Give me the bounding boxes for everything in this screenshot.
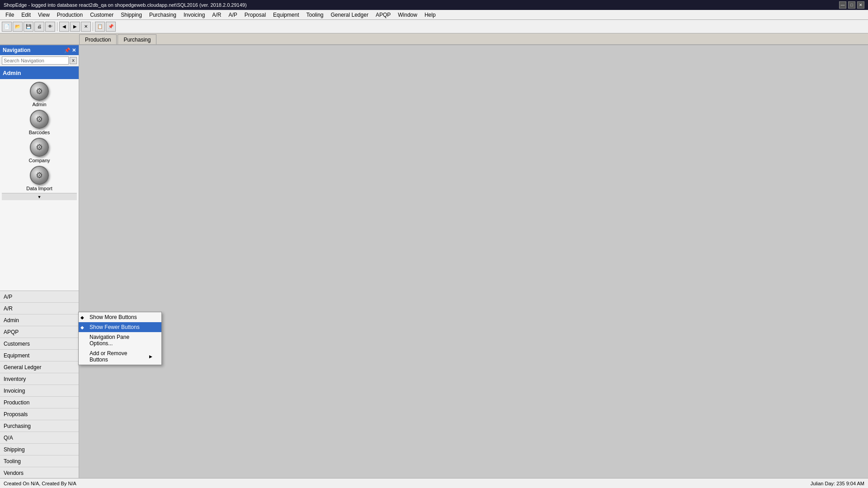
- menu-item-apqp[interactable]: APQP: [372, 11, 394, 19]
- sidebar-item-customers[interactable]: Customers: [0, 338, 79, 350]
- sidebar-item-qa[interactable]: Q/A: [0, 432, 79, 444]
- toolbar-paste[interactable]: 📌: [106, 22, 116, 32]
- sidebar-item-admin[interactable]: Admin: [0, 314, 79, 326]
- menu-item-file[interactable]: File: [2, 11, 18, 19]
- menu-item-shipping[interactable]: Shipping: [117, 11, 146, 19]
- toolbar-separator-1: [57, 22, 57, 31]
- sidebar-item-purchasing[interactable]: Purchasing: [0, 420, 79, 432]
- toolbar-print[interactable]: 🖨: [34, 22, 44, 32]
- menu-item-general-ledger[interactable]: General Ledger: [327, 11, 372, 19]
- show-fewer-icon: ◆: [80, 325, 84, 330]
- barcodes-icon-label: Barcodes: [29, 130, 50, 135]
- sidebar-item-general-ledger[interactable]: General Ledger: [0, 361, 79, 373]
- sidebar-item-production[interactable]: Production: [0, 397, 79, 408]
- menu-item-ap[interactable]: A/P: [225, 11, 241, 19]
- menu-item-customer[interactable]: Customer: [86, 11, 117, 19]
- sidebar-item-ar[interactable]: A/R: [0, 303, 79, 314]
- nav-icon-company[interactable]: ⚙ Company: [21, 137, 57, 164]
- sidebar-item-tooling[interactable]: Tooling: [0, 455, 79, 467]
- company-icon-label: Company: [28, 158, 50, 163]
- menu-item-window[interactable]: Window: [394, 11, 421, 19]
- status-left: Created On N/A, Created By N/A: [4, 481, 76, 486]
- title-bar-text: ShopEdge - logged into database react2db…: [4, 2, 247, 8]
- nav-panel: Navigation 📌 ✕ X Admin ⚙ Admin: [0, 45, 79, 488]
- nav-panel-header: Navigation 📌 ✕: [0, 45, 79, 55]
- nav-header-icons: 📌 ✕: [64, 47, 76, 53]
- nav-close-icon[interactable]: ✕: [72, 47, 76, 53]
- menu-item-ar[interactable]: A/R: [208, 11, 225, 19]
- menu-item-equipment[interactable]: Equipment: [269, 11, 302, 19]
- main-layout: Navigation 📌 ✕ X Admin ⚙ Admin: [0, 45, 868, 488]
- nav-icon-admin[interactable]: ⚙ Admin: [21, 81, 57, 108]
- title-bar-controls: — □ ✕: [839, 1, 864, 9]
- data-import-icon-label: Data Import: [26, 186, 52, 191]
- purchasing-tab[interactable]: Purchasing: [118, 34, 156, 44]
- sidebar-item-shipping[interactable]: Shipping: [0, 444, 79, 455]
- nav-content: Admin ⚙ Admin ⚙ Barcodes ⚙ Company ⚙ Dat…: [0, 66, 79, 291]
- submenu-arrow-icon: ▶: [149, 354, 152, 359]
- sidebar-item-equipment[interactable]: Equipment: [0, 350, 79, 361]
- search-clear-button[interactable]: X: [70, 57, 77, 64]
- context-menu-show-fewer[interactable]: ◆ Show Fewer Buttons: [79, 322, 161, 332]
- context-menu-add-remove[interactable]: Add or Remove Buttons ▶: [79, 348, 161, 365]
- nav-header-title: Navigation: [3, 47, 30, 53]
- title-bar: ShopEdge - logged into database react2db…: [0, 0, 868, 10]
- menu-item-help[interactable]: Help: [421, 11, 439, 19]
- toolbar-back[interactable]: ◀: [59, 22, 69, 32]
- context-menu: ◆ Show More Buttons ◆ Show Fewer Buttons…: [78, 312, 162, 365]
- context-menu-nav-pane-options[interactable]: Navigation Pane Options...: [79, 332, 161, 348]
- admin-icon-label: Admin: [32, 102, 46, 107]
- nav-search-box: X: [0, 55, 79, 66]
- show-more-icon: ◆: [80, 315, 84, 320]
- sidebar-item-ap[interactable]: A/P: [0, 291, 79, 303]
- menu-bar: FileEditViewProductionCustomerShippingPu…: [0, 10, 868, 20]
- close-button[interactable]: ✕: [857, 1, 864, 9]
- menu-item-view[interactable]: View: [34, 11, 53, 19]
- maximize-button[interactable]: □: [848, 1, 855, 9]
- toolbar-separator-2: [93, 22, 93, 31]
- nav-bottom-buttons: A/P A/R Admin APQP Customers Equipment G…: [0, 291, 79, 479]
- nav-category-label: Admin: [0, 66, 79, 79]
- main-content-area: [79, 45, 868, 488]
- toolbar-stop[interactable]: ✕: [81, 22, 91, 32]
- nav-pin-icon[interactable]: 📌: [64, 47, 71, 53]
- company-icon: ⚙: [30, 138, 49, 157]
- production-tab[interactable]: Production: [79, 34, 117, 44]
- search-input[interactable]: [2, 56, 69, 65]
- sidebar-item-inventory[interactable]: Inventory: [0, 373, 79, 385]
- menu-item-edit[interactable]: Edit: [18, 11, 34, 19]
- barcodes-icon: ⚙: [30, 110, 49, 129]
- context-menu-show-more[interactable]: ◆ Show More Buttons: [79, 312, 161, 322]
- toolbar: 📄 📂 💾 🖨 👁 ◀ ▶ ✕ 📋 📌: [0, 20, 868, 33]
- sidebar-item-proposals[interactable]: Proposals: [0, 408, 79, 420]
- minimize-button[interactable]: —: [839, 1, 846, 9]
- nav-icon-data-import[interactable]: ⚙ Data Import: [21, 165, 57, 192]
- toolbar-open[interactable]: 📂: [13, 22, 23, 32]
- sidebar-item-vendors[interactable]: Vendors: [0, 467, 79, 479]
- menu-item-production[interactable]: Production: [53, 11, 86, 19]
- menu-item-invoicing[interactable]: Invoicing: [180, 11, 208, 19]
- status-bar: Created On N/A, Created By N/A Julian Da…: [0, 478, 868, 488]
- menu-item-purchasing[interactable]: Purchasing: [146, 11, 180, 19]
- sidebar-item-invoicing[interactable]: Invoicing: [0, 385, 79, 397]
- status-right: Julian Day: 235 9:04 AM: [811, 481, 864, 486]
- menu-item-proposal[interactable]: Proposal: [241, 11, 269, 19]
- nav-icon-barcodes[interactable]: ⚙ Barcodes: [21, 109, 57, 136]
- toolbar-save[interactable]: 💾: [24, 22, 33, 32]
- toolbar-preview[interactable]: 👁: [45, 22, 55, 32]
- tab-strip: ProductionPurchasing: [0, 33, 868, 45]
- sidebar-item-apqp[interactable]: APQP: [0, 326, 79, 338]
- admin-icon: ⚙: [30, 82, 49, 101]
- nav-scroll-down[interactable]: ▼: [2, 193, 77, 200]
- data-import-icon: ⚙: [30, 166, 49, 185]
- toolbar-new[interactable]: 📄: [2, 22, 12, 32]
- menu-item-tooling[interactable]: Tooling: [302, 11, 327, 19]
- toolbar-copy[interactable]: 📋: [95, 22, 105, 32]
- nav-icons-area: ⚙ Admin ⚙ Barcodes ⚙ Company ⚙ Data Impo…: [0, 79, 79, 291]
- toolbar-forward[interactable]: ▶: [70, 22, 80, 32]
